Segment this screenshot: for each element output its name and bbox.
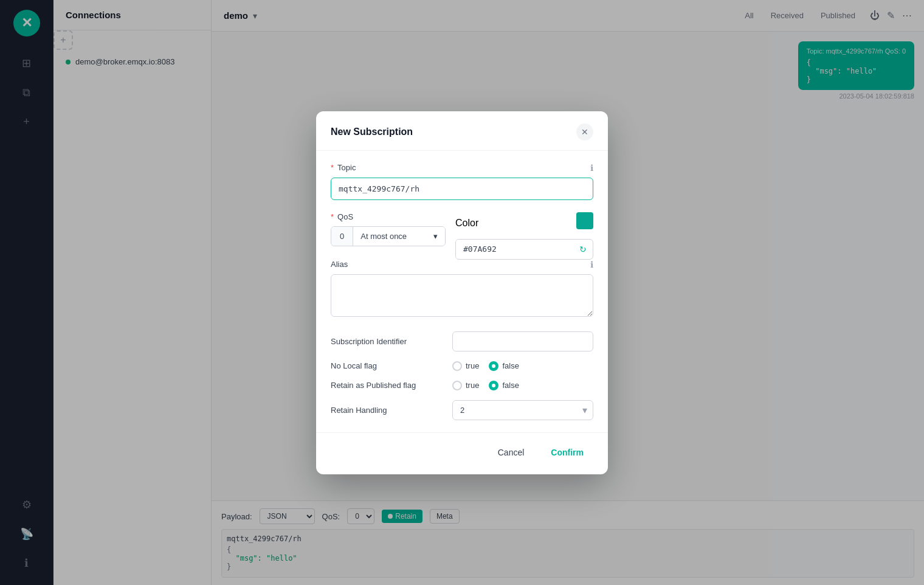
retain-pub-false-label: false <box>502 381 519 390</box>
cancel-button[interactable]: Cancel <box>488 443 534 462</box>
no-local-row: No Local flag true false <box>331 361 593 371</box>
qos-section: * QoS 0 At most once ▾ <box>331 212 446 246</box>
alias-textarea[interactable] <box>331 274 593 317</box>
qos-select-row: 0 At most once ▾ <box>331 226 446 246</box>
retain-published-label: Retain as Published flag <box>331 381 452 390</box>
qos-dropdown[interactable]: At most once ▾ <box>353 227 445 246</box>
alias-group: Alias ℹ <box>331 260 593 319</box>
alias-label-row: Alias ℹ <box>331 260 593 269</box>
no-local-false-label: false <box>502 361 519 370</box>
color-input-row: ↻ <box>455 239 593 260</box>
color-swatch[interactable] <box>576 212 593 229</box>
sub-id-row: Subscription Identifier <box>331 331 593 351</box>
retain-handling-select[interactable]: 0 1 2 <box>452 400 593 420</box>
topic-label: Topic <box>337 163 356 172</box>
retain-pub-false-option[interactable]: false <box>489 381 519 390</box>
qos-color-row: * QoS 0 At most once ▾ Color <box>331 212 593 260</box>
retain-published-radio-group: true false <box>452 381 519 390</box>
retain-pub-true-label: true <box>466 381 479 390</box>
refresh-color-icon[interactable]: ↻ <box>573 240 593 259</box>
retain-handling-label: Retain Handling <box>331 406 452 415</box>
modal-header: New Subscription ✕ <box>316 111 608 151</box>
color-label-row: Color <box>455 212 593 234</box>
no-local-false-radio[interactable] <box>489 361 498 371</box>
qos-option-label: At most once <box>360 232 407 241</box>
retain-handling-row: Retain Handling 0 1 2 ▾ <box>331 400 593 420</box>
modal-overlay[interactable]: New Subscription ✕ * Topic ℹ * QoS <box>0 0 924 585</box>
topic-label-row: * Topic ℹ <box>331 163 593 173</box>
qos-chevron-icon: ▾ <box>433 232 438 241</box>
retain-published-row: Retain as Published flag true false <box>331 381 593 390</box>
sub-id-label: Subscription Identifier <box>331 337 452 346</box>
qos-label-row: * QoS <box>331 212 446 221</box>
color-section: Color ↻ <box>455 212 593 260</box>
new-subscription-modal: New Subscription ✕ * Topic ℹ * QoS <box>316 111 608 474</box>
no-local-radio-group: true false <box>452 361 519 371</box>
modal-close-button[interactable]: ✕ <box>576 123 593 140</box>
retain-pub-false-radio[interactable] <box>489 381 498 390</box>
qos-required-star: * <box>331 212 334 221</box>
confirm-button[interactable]: Confirm <box>541 443 593 462</box>
retain-handling-select-wrapper: 0 1 2 ▾ <box>452 400 593 420</box>
modal-footer: Cancel Confirm <box>316 432 608 474</box>
modal-title: New Subscription <box>331 126 413 137</box>
topic-info-icon[interactable]: ℹ <box>590 163 593 173</box>
qos-number-display: 0 <box>331 227 353 246</box>
no-local-true-option[interactable]: true <box>452 361 479 371</box>
qos-field-label: QoS <box>337 212 353 221</box>
modal-body: * Topic ℹ * QoS 0 At most once <box>316 151 608 432</box>
color-field-label: Color <box>455 218 478 229</box>
sub-id-input[interactable] <box>452 331 593 351</box>
retain-pub-true-option[interactable]: true <box>452 381 479 390</box>
topic-group: * Topic ℹ <box>331 163 593 200</box>
alias-label: Alias <box>331 260 348 269</box>
alias-info-icon[interactable]: ℹ <box>590 260 593 269</box>
no-local-true-label: true <box>466 361 479 370</box>
color-hex-input[interactable] <box>456 240 573 258</box>
no-local-true-radio[interactable] <box>452 361 462 371</box>
no-local-false-option[interactable]: false <box>489 361 519 371</box>
topic-input[interactable] <box>331 178 593 200</box>
no-local-label: No Local flag <box>331 361 452 370</box>
topic-required-star: * <box>331 163 334 172</box>
retain-pub-true-radio[interactable] <box>452 381 462 390</box>
